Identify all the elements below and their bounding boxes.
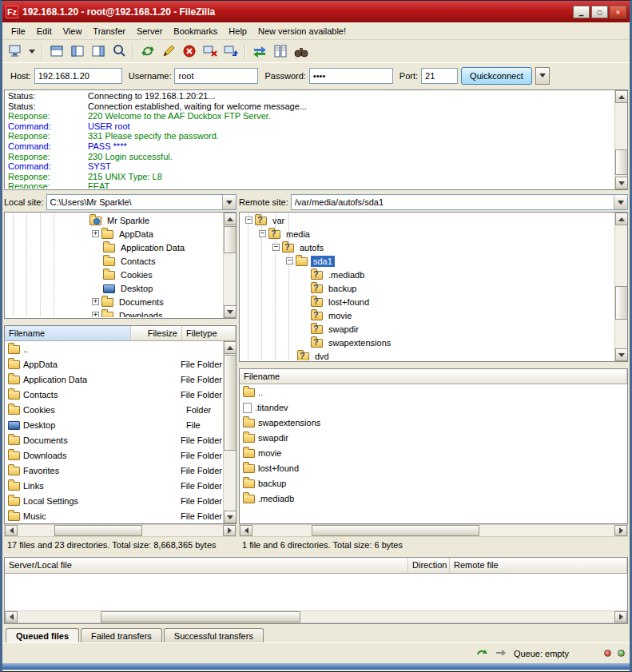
tree-expander[interactable] — [286, 257, 293, 264]
local-site-dropdown-button[interactable] — [222, 195, 236, 209]
file-row[interactable]: .mediadb — [240, 491, 627, 506]
tree-item[interactable]: media — [240, 227, 614, 241]
file-row[interactable]: .. — [5, 341, 222, 356]
local-tree-scrollbar[interactable] — [223, 213, 236, 318]
remote-site-combo[interactable] — [291, 194, 628, 210]
menu-item[interactable]: New version available! — [252, 24, 352, 38]
scrollbar-thumb[interactable] — [615, 286, 628, 320]
refresh-button[interactable] — [138, 42, 157, 61]
tree-item[interactable]: swapextensions — [240, 336, 614, 349]
tree-expander[interactable] — [92, 298, 99, 305]
file-row[interactable]: Downloads File Folder — [5, 447, 222, 463]
tree-expander[interactable] — [245, 217, 252, 224]
file-row[interactable]: Local Settings File Folder — [5, 493, 222, 508]
remote-splitter[interactable] — [239, 362, 628, 368]
reconnect-button[interactable] — [221, 42, 240, 61]
menu-item[interactable]: Help — [223, 24, 252, 38]
menu-item[interactable]: View — [58, 24, 88, 38]
queue-tab[interactable]: Queued files — [6, 628, 79, 642]
scroll-down-icon[interactable] — [615, 177, 628, 189]
find-files-button[interactable] — [292, 42, 311, 61]
scroll-down-icon[interactable] — [224, 305, 237, 318]
tree-item[interactable]: movie — [240, 308, 614, 322]
tree-item[interactable]: autofs — [240, 241, 614, 254]
scroll-up-icon[interactable] — [224, 213, 237, 225]
filename-column-header[interactable]: Filename — [240, 369, 627, 384]
tree-item[interactable]: sda1 — [240, 254, 614, 268]
file-row[interactable]: movie — [240, 445, 627, 460]
tree-item[interactable]: Desktop — [6, 281, 222, 295]
tree-item[interactable]: Cookies — [6, 268, 222, 281]
port-input[interactable] — [421, 68, 458, 84]
scroll-down-icon[interactable] — [615, 348, 628, 361]
scroll-left-icon[interactable] — [5, 525, 18, 536]
local-list-hscrollbar[interactable] — [4, 524, 237, 537]
toggle-queue-button[interactable] — [109, 42, 129, 61]
cancel-operation-button[interactable] — [180, 42, 199, 61]
scroll-left-icon[interactable] — [240, 525, 252, 536]
host-input[interactable] — [34, 68, 122, 84]
menu-item[interactable]: Server — [131, 24, 168, 38]
file-row[interactable]: .titandev — [240, 400, 627, 415]
site-manager-dropdown-button[interactable] — [26, 42, 38, 61]
file-row[interactable]: .. — [240, 384, 627, 400]
file-row[interactable]: swapextensions — [240, 415, 627, 430]
tree-item[interactable]: Mr Sparkle — [6, 213, 222, 227]
directory-comparison-status-icon[interactable] — [495, 647, 507, 660]
tree-item[interactable]: backup — [240, 281, 614, 295]
scroll-up-icon[interactable] — [615, 213, 628, 225]
scroll-up-icon[interactable] — [224, 341, 237, 354]
queue-local-file-header[interactable]: Server/Local file — [5, 558, 408, 573]
queue-hscrollbar[interactable] — [5, 610, 627, 623]
local-splitter[interactable] — [4, 319, 237, 325]
tree-item[interactable]: Downloads — [6, 308, 222, 317]
filetype-column-header[interactable]: Filetype — [182, 326, 236, 340]
scrollbar-thumb[interactable] — [224, 226, 237, 253]
scrollbar-thumb[interactable] — [224, 355, 237, 451]
tree-item[interactable]: swapdir — [240, 322, 614, 336]
maximize-button[interactable]: ▢ — [591, 6, 608, 18]
tree-item[interactable]: lost+found — [240, 295, 614, 308]
remote-site-input[interactable] — [292, 196, 614, 209]
tree-item[interactable]: var — [240, 213, 614, 227]
tree-item[interactable]: AppData — [6, 227, 222, 241]
scroll-right-icon[interactable] — [614, 525, 627, 536]
sync-browsing-status-icon[interactable] — [475, 647, 488, 660]
file-row[interactable]: Links File Folder — [5, 478, 222, 493]
tree-item[interactable]: Documents — [6, 295, 222, 308]
username-input[interactable] — [174, 68, 258, 84]
menu-item[interactable]: File — [6, 24, 31, 38]
scroll-right-icon[interactable] — [223, 525, 236, 536]
file-row[interactable]: Cookies Folder — [5, 402, 222, 417]
minimize-button[interactable]: ▁ — [573, 6, 590, 18]
remote-tree-scrollbar[interactable] — [614, 213, 627, 361]
password-input[interactable] — [309, 68, 393, 84]
file-row[interactable]: Desktop File — [5, 417, 222, 432]
remote-site-dropdown-button[interactable] — [614, 195, 627, 209]
scroll-left-icon[interactable] — [5, 611, 18, 622]
file-row[interactable]: Documents File Folder — [5, 432, 222, 447]
toggle-message-log-button[interactable] — [47, 42, 66, 61]
tree-expander[interactable] — [92, 230, 99, 237]
quickconnect-button[interactable]: Quickconnect — [461, 67, 532, 85]
tree-item[interactable]: .mediadb — [240, 268, 614, 281]
scroll-up-icon[interactable] — [615, 90, 628, 103]
local-site-input[interactable] — [47, 196, 222, 209]
scrollbar-thumb[interactable] — [312, 525, 479, 536]
toggle-local-tree-button[interactable] — [68, 42, 87, 61]
close-button[interactable]: ✕ — [610, 6, 626, 18]
file-row[interactable]: Application Data File Folder — [5, 372, 222, 387]
scroll-down-icon[interactable] — [224, 511, 237, 523]
file-row[interactable]: Music File Folder — [5, 508, 222, 523]
queue-tab[interactable]: Successful transfers — [164, 628, 264, 642]
scrollbar-thumb[interactable] — [615, 149, 628, 175]
process-queue-button[interactable] — [159, 42, 178, 61]
tree-item[interactable]: Application Data — [6, 241, 222, 254]
site-manager-button[interactable] — [6, 42, 25, 61]
toggle-remote-tree-button[interactable] — [89, 42, 108, 61]
disconnect-button[interactable] — [201, 42, 220, 61]
queue-remote-file-header[interactable]: Remote file — [450, 558, 627, 573]
menu-item[interactable]: Edit — [31, 24, 58, 38]
tree-expander[interactable] — [92, 312, 99, 317]
menu-item[interactable]: Bookmarks — [168, 24, 223, 38]
